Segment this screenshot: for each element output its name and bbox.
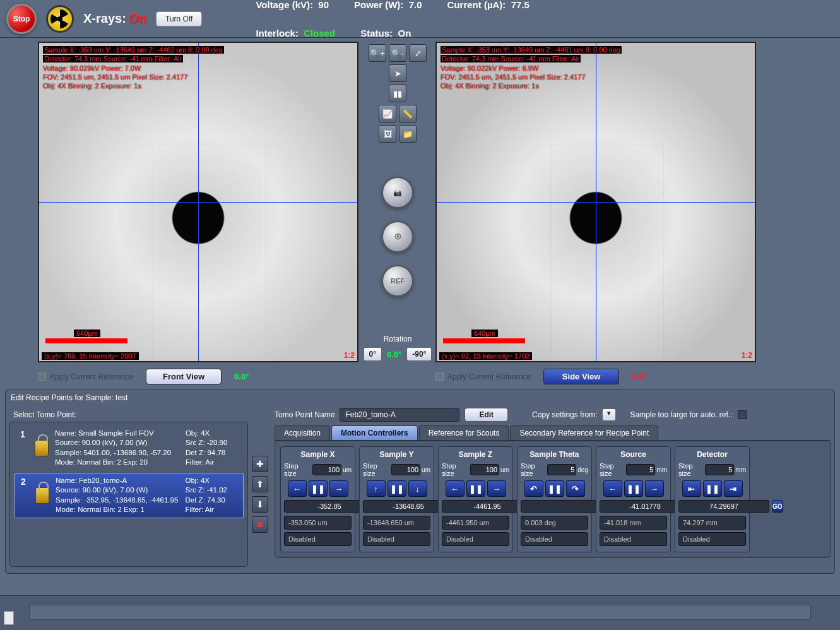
front-apply-ref[interactable]: Apply Current Reference: [38, 372, 133, 381]
move-neg-button[interactable]: ⇤: [682, 480, 701, 497]
motion-col-sample-z: Sample ZStep sizeum←❚❚→GO-4461.950 umDis…: [438, 446, 513, 552]
step-size-input[interactable]: [705, 464, 734, 475]
actual-position: -41.018 mm: [600, 516, 667, 530]
checkbox-icon[interactable]: [38, 372, 46, 381]
rotation-minus90-button[interactable]: -90°: [406, 347, 432, 361]
add-point-button[interactable]: ✚: [252, 456, 268, 472]
zoom-out-icon[interactable]: 🔍-: [389, 44, 406, 62]
too-large-checkbox[interactable]: [738, 410, 747, 419]
zoom-fit-icon[interactable]: ⤢: [409, 44, 427, 62]
center-toolbar: 🔍+ 🔍- ⤢ ➤ ▮▮ 📈 📏 🖼 📁 📷 ⦿ REF Rotation 0°…: [366, 42, 429, 384]
motion-state: Disabled: [284, 532, 352, 546]
move-up-button[interactable]: ⬆: [252, 476, 268, 492]
current-value: 77.5: [511, 0, 529, 10]
stop-motion-button[interactable]: ❚❚: [624, 480, 643, 497]
ruler-icon[interactable]: 📏: [399, 105, 417, 122]
crosshair-h: [39, 202, 357, 203]
copy-from-dropdown[interactable]: ▾: [602, 408, 616, 421]
move-pos-button[interactable]: →: [329, 480, 348, 497]
tab-ref-scouts[interactable]: Reference for Scouts: [419, 425, 509, 440]
step-size-input[interactable]: [312, 464, 341, 475]
open-folder-icon[interactable]: 📁: [399, 125, 417, 143]
tab-secondary-ref[interactable]: Secondary Reference for Recipe Point: [510, 425, 658, 440]
front-view-panel: Sample X: -353 um Y: -13649 um Z: -4462 …: [38, 42, 360, 384]
voltage-value: 90: [318, 0, 329, 10]
move-pos-button[interactable]: →: [487, 480, 506, 497]
power-label: Power (W):: [354, 0, 403, 10]
motion-state: Disabled: [363, 532, 430, 546]
move-neg-button[interactable]: ↑: [367, 480, 386, 497]
go-button[interactable]: GO: [772, 500, 783, 513]
side-apply-ref[interactable]: Apply Current Reference: [435, 372, 531, 381]
rotation-0-button[interactable]: 0°: [364, 347, 382, 361]
move-pos-button[interactable]: ⇥: [724, 480, 743, 497]
front-readout: (x,y)= 769, 15 Intensity= 2007: [42, 352, 139, 360]
ref-button[interactable]: REF: [382, 265, 413, 297]
snapshot-button[interactable]: ⦿: [382, 221, 413, 253]
side-ratio: 1:2: [742, 351, 752, 360]
interlock-label: Interlock:: [256, 28, 299, 39]
stop-motion-button[interactable]: ❚❚: [387, 480, 406, 497]
histogram-icon[interactable]: ▮▮: [389, 85, 406, 102]
step-size-input[interactable]: [391, 464, 420, 475]
move-pos-button[interactable]: →: [645, 480, 664, 497]
move-pos-button[interactable]: ↷: [566, 480, 585, 497]
motion-col-sample-y: Sample YStep sizeum↑❚❚↓GO-13648.650 umDi…: [359, 446, 434, 552]
side-view-button[interactable]: Side View: [543, 369, 619, 384]
pointer-icon[interactable]: ➤: [389, 64, 406, 82]
too-large-label: Sample too large for auto. ref.:: [630, 410, 732, 419]
side-scale-label: 640µm: [471, 330, 498, 337]
motion-label: Sample Y: [363, 450, 430, 459]
front-view-image[interactable]: Sample X: -353 um Y: -13649 um Z: -4462 …: [38, 42, 358, 362]
actual-position: -13648.650 um: [363, 516, 430, 530]
header-bar: Stop X-rays: On Turn Off Voltage (kV): 9…: [0, 0, 840, 38]
tomo-name-input[interactable]: [340, 408, 459, 422]
front-view-button[interactable]: Front View: [146, 369, 222, 384]
step-size-input[interactable]: [547, 464, 576, 475]
step-size-input[interactable]: [470, 464, 499, 475]
step-size-input[interactable]: [626, 464, 655, 475]
move-down-button[interactable]: ⬇: [252, 496, 268, 513]
side-scale-bar: [443, 338, 525, 343]
mini-window-icon[interactable]: [4, 611, 14, 625]
motion-col-sample-theta: Sample ThetaStep sizedeg↶❚❚↷GO0.003 degD…: [517, 446, 592, 552]
move-pos-button[interactable]: ↓: [408, 480, 427, 497]
delete-point-button[interactable]: ✖: [252, 516, 268, 533]
xray-state: On: [129, 11, 146, 25]
move-neg-button[interactable]: ↶: [524, 480, 543, 497]
tab-motion[interactable]: Motion Controllers: [331, 425, 418, 440]
stop-motion-button[interactable]: ❚❚: [309, 480, 328, 497]
stop-button[interactable]: Stop: [6, 4, 37, 34]
side-view-image[interactable]: Sample X: -353 um Y: -13649 um Z: -4461 …: [435, 42, 756, 362]
chart-icon[interactable]: 📈: [379, 105, 396, 122]
tomo-point-2[interactable]: 2 Name: Feb20_tomo-AObj: 4X Source: 90.0…: [14, 473, 244, 518]
zoom-in-icon[interactable]: 🔍+: [369, 44, 386, 62]
save-image-icon[interactable]: 🖼: [379, 125, 396, 143]
turn-off-button[interactable]: Turn Off: [156, 11, 202, 27]
checkbox-icon[interactable]: [435, 372, 444, 381]
camera-button[interactable]: 📷: [382, 177, 413, 208]
lock-icon[interactable]: [35, 487, 49, 504]
move-neg-button[interactable]: ←: [603, 480, 622, 497]
rotation-current: 0.0°: [387, 350, 401, 359]
move-neg-button[interactable]: ←: [288, 480, 307, 497]
actual-position: -4461.950 um: [442, 516, 509, 530]
stop-motion-button[interactable]: ❚❚: [703, 480, 722, 497]
status-value: On: [398, 28, 411, 39]
status-bar-track: [29, 605, 811, 620]
tab-acquisition[interactable]: Acquisition: [275, 425, 330, 440]
motion-label: Sample Theta: [521, 450, 588, 459]
actual-position: -353.050 um: [284, 516, 352, 530]
stop-motion-button[interactable]: ❚❚: [545, 480, 564, 497]
side-readout: (x,y)= 92, 13 Intensity= 1702: [439, 352, 532, 360]
front-scale-bar: [45, 338, 127, 343]
edit-button[interactable]: Edit: [464, 408, 508, 422]
lock-icon[interactable]: [35, 440, 49, 456]
motion-state: Disabled: [442, 532, 509, 546]
current-label: Current (µA):: [447, 0, 506, 10]
stop-motion-button[interactable]: ❚❚: [466, 480, 485, 497]
tomo-point-1[interactable]: 1 Name: Small Sample Full FOVObj: 4X Sou…: [14, 426, 244, 470]
rotation-label: Rotation: [384, 335, 412, 343]
move-neg-button[interactable]: ←: [446, 480, 464, 497]
target-position-input[interactable]: [678, 500, 769, 513]
